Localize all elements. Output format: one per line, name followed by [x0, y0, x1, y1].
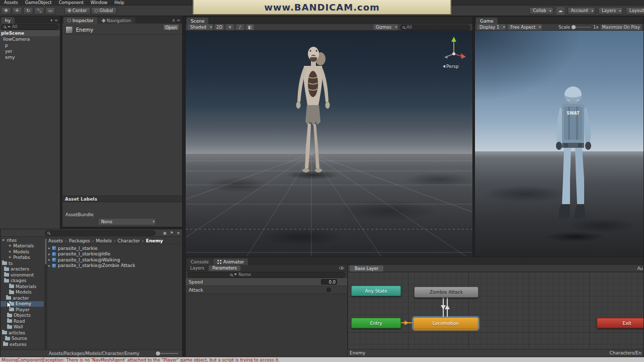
tree-item-assets[interactable]: ts — [1, 260, 44, 266]
rect-tool-button[interactable]: ▭ — [45, 7, 55, 15]
tab-scene[interactable]: Scene — [187, 18, 208, 24]
state-node-locomotion[interactable]: Locomotion — [413, 317, 478, 329]
gizmos-dropdown[interactable]: Gizmos — [373, 24, 398, 30]
save-search-icon[interactable]: ★ — [177, 231, 180, 235]
panel-menu-icon[interactable]: ≡ — [54, 18, 58, 23]
lighting-toggle[interactable]: ☀ — [226, 24, 234, 30]
layout-dropdown[interactable]: Layout — [626, 7, 644, 15]
scale-slider[interactable] — [572, 27, 591, 28]
open-button[interactable]: Open — [163, 24, 179, 31]
tree-item[interactable]: aracters — [1, 266, 44, 273]
tree-item-favorites[interactable]: ★rites — [1, 237, 44, 243]
draw-mode-dropdown[interactable]: Shaded — [188, 24, 213, 30]
effects-toggle[interactable]: ◧ — [246, 24, 254, 30]
zombie-character[interactable] — [285, 44, 340, 177]
tab-animator[interactable]: Animator — [213, 258, 248, 265]
aspect-dropdown[interactable]: Free Aspect — [508, 24, 542, 30]
persp-label[interactable]: Persp — [443, 64, 459, 69]
state-node-exit[interactable]: Exit — [597, 318, 643, 328]
parameter-row-attack[interactable]: Attack — [186, 286, 347, 294]
menu-item-window[interactable]: Window — [91, 0, 108, 5]
status-bar[interactable]: MissingComponentException: There is no '… — [0, 357, 644, 362]
expand-arrow-icon[interactable]: ▸ — [48, 252, 50, 256]
tree-item[interactable]: ★Materials — [1, 243, 44, 249]
breadcrumb-item[interactable]: Models — [90, 238, 112, 243]
expand-arrow-icon[interactable]: ▸ — [48, 257, 50, 262]
expand-arrow-icon[interactable]: ▸ — [48, 263, 50, 268]
parameter-row-speed[interactable]: Speed 0.0 — [186, 278, 347, 286]
expand-arrow-icon[interactable]: ▸ — [48, 246, 50, 250]
scene-orientation-gizmo[interactable] — [440, 35, 468, 63]
state-node-any-state[interactable]: Any State — [351, 286, 401, 296]
hierarchy-item-scene[interactable]: pleScene — [0, 30, 60, 36]
hierarchy-item[interactable]: llowCamera — [0, 36, 60, 42]
lock-icon[interactable]: ▾ — [50, 18, 52, 23]
breadcrumb-item[interactable]: Assets — [48, 238, 63, 243]
game-viewport[interactable]: SWAT — [475, 31, 643, 256]
space-mode-button[interactable]: Global — [91, 7, 117, 15]
menu-item-assets[interactable]: Assets — [4, 0, 18, 5]
file-item[interactable]: ▸parasite_l_starkie@Zombie Attack — [48, 263, 182, 269]
tree-item[interactable]: Objects — [1, 313, 44, 319]
assetbundle-dropdown[interactable]: None — [99, 219, 155, 225]
project-search-input[interactable] — [45, 230, 155, 236]
state-node-zombie-attack[interactable]: Zombie Attack — [414, 287, 478, 298]
file-item[interactable]: ▸parasite_l_starkie — [48, 245, 182, 251]
scene-search-input[interactable]: All — [400, 25, 470, 30]
tab-hierarchy[interactable]: hy — [1, 17, 15, 24]
file-item[interactable]: ▸parasite_l_starkie@Idle — [48, 251, 182, 257]
search-by-type-icon[interactable]: ▣ — [163, 231, 167, 235]
tab-inspector[interactable]: Inspector — [63, 17, 98, 24]
search-by-label-icon[interactable]: ⚑ — [170, 231, 174, 235]
auto-live-link-button[interactable]: Au — [637, 266, 643, 271]
file-item[interactable]: ▸parasite_l_starkie@Walking — [48, 257, 182, 263]
tree-item[interactable]: articles — [1, 330, 44, 336]
hierarchy-item[interactable]: emy — [0, 54, 60, 60]
tree-item[interactable]: Models — [1, 290, 44, 296]
tree-item[interactable]: Wall — [1, 324, 44, 330]
hierarchy-search-input[interactable]: All — [1, 24, 59, 30]
collab-dropdown[interactable]: Collab — [529, 7, 553, 15]
breadcrumb-item-current[interactable]: Enemy — [140, 238, 163, 243]
breadcrumb-item[interactable]: Packages — [63, 238, 90, 243]
lock-icon[interactable]: a — [172, 18, 175, 23]
tree-item[interactable]: extures — [1, 341, 44, 347]
panel-menu-icon[interactable]: ≡ — [177, 18, 180, 23]
2d-toggle[interactable]: 2D — [215, 24, 224, 30]
tree-item-character[interactable]: aracter — [1, 295, 44, 301]
tree-item[interactable]: ckages — [1, 278, 44, 284]
animator-graph-canvas[interactable]: Any State Zombie Attack Entry Locomotion… — [348, 272, 643, 349]
display-dropdown[interactable]: Display 1 — [477, 24, 506, 30]
tree-item[interactable]: Materials — [1, 284, 44, 290]
speed-value-field[interactable]: 0.0 — [321, 279, 337, 285]
tree-item[interactable]: ★Prefabs — [1, 255, 44, 261]
pivot-mode-button[interactable]: Center — [64, 7, 91, 15]
tree-scrollbar-thumb[interactable] — [45, 238, 47, 264]
move-tool-button[interactable]: ✛ — [12, 7, 22, 15]
audio-toggle[interactable]: ♪ — [236, 24, 244, 30]
tree-item[interactable]: Road — [1, 318, 44, 324]
scene-viewport[interactable]: Persp — [186, 31, 472, 256]
thumbnail-zoom-slider[interactable] — [157, 353, 178, 354]
tree-item[interactable]: vironment — [1, 272, 44, 278]
maximize-on-play-toggle[interactable]: Maximize On Play — [601, 24, 641, 30]
eye-icon[interactable] — [339, 266, 344, 269]
menu-item-gameobject[interactable]: GameObject — [25, 0, 52, 5]
menu-item-help[interactable]: Help — [115, 0, 124, 5]
parameter-search-input[interactable]: Name — [187, 272, 346, 278]
hand-tool-button[interactable]: ✥ — [1, 7, 11, 15]
cloud-button[interactable]: ☁ — [556, 7, 565, 15]
tree-item[interactable]: Source — [1, 336, 44, 342]
attack-trigger-radio[interactable] — [327, 288, 331, 292]
parameters-tab-button[interactable]: Parameters — [209, 265, 240, 271]
menu-item-component[interactable]: Component — [59, 0, 84, 5]
state-node-entry[interactable]: Entry — [351, 318, 401, 328]
hierarchy-item[interactable]: yer — [0, 48, 60, 54]
rotate-tool-button[interactable]: ↻ — [23, 7, 33, 15]
scale-tool-button[interactable]: ⤡ — [34, 7, 44, 15]
tab-console[interactable]: Console — [187, 258, 213, 265]
base-layer-tab[interactable]: Base Layer — [350, 265, 383, 272]
breadcrumb-item[interactable]: Character — [112, 238, 140, 243]
layers-dropdown[interactable]: Layers — [598, 7, 623, 15]
tree-item[interactable]: ★Models — [1, 249, 44, 255]
